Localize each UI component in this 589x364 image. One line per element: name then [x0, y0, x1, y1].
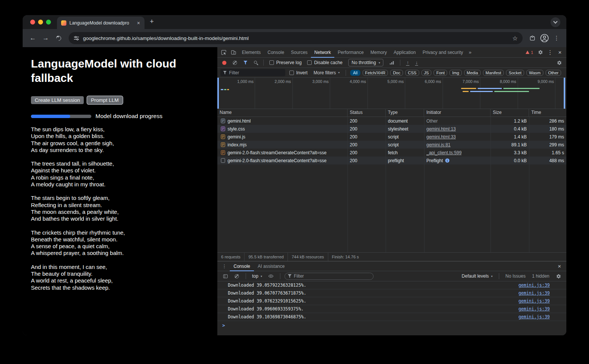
console-source-link[interactable]: gemini.js:39 [518, 314, 550, 319]
overview-left-handle[interactable] [217, 78, 219, 109]
column-header-time[interactable]: Time [529, 109, 566, 117]
drawer-menu-icon[interactable]: ⋮ [219, 263, 230, 269]
tab-network[interactable]: Network [311, 47, 334, 58]
export-har-icon[interactable]: ↓ [415, 60, 418, 66]
chip-font[interactable]: Font [434, 70, 447, 76]
profile-avatar[interactable] [539, 33, 550, 43]
more-tabs-icon[interactable]: » [466, 49, 474, 55]
tab-close-icon[interactable]: × [135, 20, 141, 26]
new-tab-button[interactable]: + [145, 18, 154, 26]
drawer-tab-ai-assistance[interactable]: AI assistance [254, 261, 288, 271]
column-header-initiator[interactable]: Initiator [424, 109, 491, 117]
initiator-link[interactable]: gemini.js:81 [426, 142, 451, 147]
javascript-context-select[interactable]: top ▾ [250, 273, 264, 279]
back-button[interactable]: ← [27, 32, 38, 44]
overview-right-handle[interactable] [564, 78, 565, 109]
default-levels-select[interactable]: Default levels ▾ [460, 273, 495, 279]
bookmark-star-icon[interactable]: ☆ [512, 35, 518, 42]
console-source-link[interactable]: gemini.js:39 [518, 290, 550, 296]
console-filter-input[interactable] [294, 273, 370, 279]
console-source-link[interactable]: gemini.js:39 [518, 283, 550, 288]
initiator-link[interactable]: gemini.html:13 [426, 126, 456, 132]
tab-memory[interactable]: Memory [367, 47, 390, 58]
close-window-button[interactable] [30, 20, 35, 25]
chip-media[interactable]: Media [464, 70, 481, 76]
console-prompt[interactable]: > [217, 321, 566, 329]
chip-manifest[interactable]: Manifest [483, 70, 504, 76]
console-sidebar-icon[interactable] [220, 272, 230, 281]
close-drawer-icon[interactable]: × [554, 263, 565, 269]
column-header-size[interactable]: Size [491, 109, 529, 117]
network-filter-input[interactable] [229, 70, 283, 75]
more-filters-dropdown[interactable]: More filters ▾ [312, 70, 341, 75]
clear-network-log-icon[interactable] [233, 61, 237, 65]
info-icon[interactable] [445, 158, 449, 163]
chip-fetch-xhr[interactable]: Fetch/XHR [363, 70, 388, 76]
address-bar[interactable]: googlechrome.github.io/samples/downloadi… [69, 32, 523, 44]
column-header-name[interactable]: Name [217, 109, 348, 117]
close-devtools-button[interactable]: × [555, 48, 565, 57]
drawer-tab-console[interactable]: Console [230, 261, 254, 271]
chip-socket[interactable]: Socket [506, 70, 524, 76]
request-row[interactable]: style.css 200 stylesheet gemini.html:13 … [217, 125, 566, 133]
throttling-select[interactable]: No throttling ▾ [348, 59, 384, 66]
network-timeline-overview[interactable]: 1,000 ms 2,000 ms 3,000 ms 4,000 ms 5,00… [217, 78, 566, 109]
console-source-link[interactable]: gemini.js:39 [518, 306, 550, 312]
import-har-icon[interactable]: ↑ [406, 60, 409, 66]
column-header-type[interactable]: Type [386, 109, 424, 117]
browser-menu-button[interactable]: ⋮ [551, 33, 562, 43]
devtools-settings-gear-icon[interactable] [535, 48, 545, 57]
request-row[interactable]: gemini.js 200 script gemini.html:33 1.4 … [217, 133, 566, 141]
request-row[interactable]: gemini.html 200 document Other 1.2 kB 28… [217, 117, 566, 125]
request-row[interactable]: gemini-2.0-flash:streamGenerateContent?a… [217, 157, 566, 164]
tab-sources[interactable]: Sources [288, 47, 311, 58]
zoom-window-button[interactable] [46, 20, 51, 25]
request-row[interactable]: index.mjs 200 script gemini.js:81 89.1 k… [217, 141, 566, 149]
console-source-link[interactable]: gemini.js:39 [518, 298, 550, 304]
browser-tab[interactable]: LanguageModel downloadpro × [57, 17, 145, 29]
tab-search-button[interactable] [551, 17, 560, 27]
tab-application[interactable]: Application [390, 47, 419, 58]
disable-cache-checkbox[interactable]: Disable cache [305, 60, 344, 65]
chip-doc[interactable]: Doc [390, 70, 403, 76]
console-drawer: ⋮ Console AI assistance × top ▾ [217, 261, 566, 335]
search-icon[interactable] [254, 61, 257, 64]
chip-js[interactable]: JS [421, 70, 432, 76]
chip-css[interactable]: CSS [405, 70, 419, 76]
filter-icon[interactable] [243, 61, 248, 65]
inspect-element-icon[interactable] [219, 48, 229, 57]
extensions-icon[interactable] [527, 33, 538, 43]
hidden-messages-count[interactable]: 1 hidden [530, 273, 552, 279]
forward-button[interactable]: → [40, 32, 51, 44]
site-info-icon[interactable] [74, 35, 79, 41]
tab-performance[interactable]: Performance [334, 47, 367, 58]
timeline-tick: 6,000 ms [416, 79, 441, 84]
invert-checkbox[interactable]: Invert [287, 70, 310, 75]
preserve-log-checkbox[interactable]: Preserve log [267, 60, 304, 65]
network-conditions-icon[interactable] [387, 58, 397, 67]
chip-img[interactable]: Img [449, 70, 461, 76]
chip-wasm[interactable]: Wasm [526, 70, 543, 76]
tab-privacy-and-security[interactable]: Privacy and security [419, 47, 466, 58]
devtools-menu-button[interactable]: ⋮ [545, 48, 555, 57]
issues-status[interactable]: No Issues [503, 273, 528, 279]
record-network-log-button[interactable] [222, 61, 226, 65]
reload-button[interactable] [53, 32, 64, 44]
initiator-link[interactable]: _api_client.ts:599 [426, 150, 461, 155]
initiator-link[interactable]: gemini.html:33 [426, 134, 456, 140]
device-toolbar-icon[interactable] [229, 48, 238, 57]
eye-icon[interactable] [266, 272, 276, 281]
clear-console-icon[interactable] [235, 274, 239, 278]
network-settings-gear-icon[interactable] [554, 58, 564, 67]
chip-other[interactable]: Other [546, 70, 561, 76]
issues-counter[interactable]: 1 [523, 50, 535, 55]
request-row[interactable]: gemini-2.0-flash:streamGenerateContent?a… [217, 149, 566, 157]
prompt-llm-button[interactable]: Prompt LLM [87, 96, 123, 104]
create-llm-session-button[interactable]: Create LLM session [31, 96, 84, 104]
column-header-status[interactable]: Status [348, 109, 386, 117]
tab-elements[interactable]: Elements [238, 47, 264, 58]
minimize-window-button[interactable] [38, 20, 43, 25]
chip-all[interactable]: All [350, 70, 360, 76]
tab-console[interactable]: Console [264, 47, 288, 58]
console-settings-gear-icon[interactable] [554, 272, 563, 281]
